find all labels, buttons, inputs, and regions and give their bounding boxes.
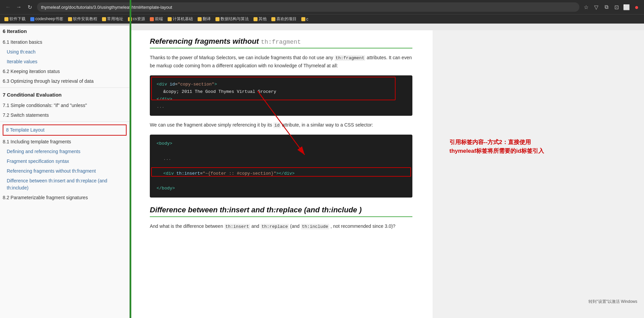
- sidebar-divider: [0, 87, 129, 88]
- back-button[interactable]: ←: [3, 2, 13, 12]
- extensions-icon[interactable]: ⧉: [602, 4, 610, 10]
- intro-paragraph: Thanks to the power of Markup Selectors,…: [150, 54, 412, 70]
- bookmark-软件下载[interactable]: 软件下载: [3, 15, 27, 23]
- address-bar[interactable]: [37, 2, 579, 12]
- bookmark-数据结构[interactable]: 数据结构与算法: [214, 15, 250, 23]
- sidebar-item-template-layout[interactable]: 8 Template Layout: [3, 125, 127, 136]
- bookmarks-bar: 软件下载 codesheep书签 软件安装教程 常用地址 cs资源 前端 计算机…: [0, 14, 644, 24]
- sidebar-item-iterable-values[interactable]: Iterable values: [0, 57, 129, 67]
- sidebar-item-fragment-syntax[interactable]: Fragment specification syntax: [0, 156, 129, 166]
- bookmark-icon: [253, 17, 258, 21]
- bookmark-icon: [271, 17, 275, 21]
- diff-section: Difference between th:insert and th:repl…: [150, 206, 412, 231]
- diff-code-insert: th:insert: [225, 224, 250, 229]
- sidebar-item-keeping-iteration[interactable]: 6.2 Keeping iteration status: [0, 67, 129, 76]
- menu-icon[interactable]: ●: [633, 3, 641, 11]
- sidebar-item-simple-conditionals[interactable]: 7.1 Simple conditionals: "if" and "unles…: [0, 101, 129, 110]
- bookmark-icon: [168, 17, 172, 21]
- bookmark-cs资源[interactable]: cs资源: [126, 15, 147, 23]
- bookmark-c[interactable]: c: [300, 16, 310, 22]
- code-block-2-container: <body> ... <div th:insert="~{footer :: #…: [150, 135, 412, 198]
- sidebar-item-optimizing[interactable]: 6.3 Optimizing through lazy retrieval of…: [0, 76, 129, 86]
- diff-code3: th:include: [322, 206, 357, 214]
- main-layout: 6 Iteration 6.1 Iteration basics Using t…: [0, 24, 644, 318]
- sidebar-item-difference[interactable]: Difference between th:insert and th:repl…: [0, 176, 129, 193]
- bookmark-icon: [215, 17, 219, 21]
- sidebar-item-switch[interactable]: 7.2 Switch statements: [0, 110, 129, 120]
- code-block-2: <body> ... <div th:insert="~{footer :: #…: [150, 135, 412, 198]
- browser-actions: ☆ ▽ ⧉ ⊡ ⬜ ●: [582, 3, 641, 11]
- bookmark-codesheep[interactable]: codesheep书签: [29, 15, 65, 23]
- sidebar: 6 Iteration 6.1 Iteration basics Using t…: [0, 24, 130, 318]
- id-code: id: [273, 122, 281, 128]
- maximize-icon[interactable]: ⬜: [622, 4, 631, 10]
- content-area[interactable]: Referencing fragments without th:fragmen…: [130, 24, 644, 318]
- tab-icon[interactable]: ⊡: [612, 4, 620, 10]
- sidebar-item-parameterizable[interactable]: 8.2 Parameterizable fragment signatures: [0, 193, 129, 203]
- nav-buttons: ← → ↻: [3, 2, 34, 12]
- bookmark-常用地址[interactable]: 常用地址: [100, 15, 125, 23]
- browser-chrome: ← → ↻ ☆ ▽ ⧉ ⊡ ⬜ ●: [0, 0, 644, 14]
- sidebar-item-ref-without-fragment[interactable]: Referencing fragments without th:fragmen…: [0, 166, 129, 176]
- windows-watermark: 转到"设置"以激活 Windows: [588, 298, 637, 305]
- section-title-code: th:fragment: [261, 39, 301, 45]
- bookmark-icon: [68, 17, 72, 21]
- bookmark-前端[interactable]: 前端: [148, 15, 165, 23]
- bookmark-翻译[interactable]: 翻译: [196, 15, 212, 23]
- sidebar-item-using-theach[interactable]: Using th:each: [0, 47, 129, 57]
- sidebar-divider-2: [0, 121, 129, 122]
- sidebar-item-iteration-basics[interactable]: 6.1 Iteration basics: [0, 37, 129, 47]
- diff-code-replace: th:replace: [261, 224, 289, 229]
- chinese-annotation: 引用标签内容--方式2：直接使用thymeleaf标签将所需要的id标签引入: [449, 138, 554, 155]
- bookmark-icon: [198, 17, 202, 21]
- bookmark-喜欢的项目[interactable]: 喜欢的项目: [270, 15, 298, 23]
- sidebar-item-conditional[interactable]: 7 Conditional Evaluation: [0, 89, 129, 101]
- diff-divider: [150, 216, 412, 217]
- bookmark-icon: [150, 17, 154, 21]
- section-title-ref: Referencing fragments without th:fragmen…: [150, 37, 412, 46]
- sidebar-item-including-fragments[interactable]: 8.1 Including template fragments: [0, 137, 129, 147]
- reload-button[interactable]: ↻: [25, 2, 34, 12]
- diff-code-include: th:include: [301, 224, 329, 229]
- profile-icon[interactable]: ▽: [592, 4, 600, 10]
- section-divider: [150, 48, 412, 48]
- bookmark-icon: [301, 17, 305, 21]
- content-inner: Referencing fragments without th:fragmen…: [130, 30, 433, 318]
- green-bar: [130, 24, 131, 318]
- bookmark-软件安装教程[interactable]: 软件安装教程: [66, 15, 99, 23]
- diff-code1: th:insert: [219, 206, 249, 214]
- bookmark-其他[interactable]: 其他: [252, 15, 268, 23]
- code-block-1: <div id="copy-section"> &copy; 2011 The …: [150, 75, 412, 116]
- bookmark-icon: [4, 17, 8, 21]
- bookmark-icon: [102, 17, 106, 21]
- bookmark-icon[interactable]: ☆: [582, 4, 590, 10]
- diff-title: Difference between th:insert and th:repl…: [150, 206, 412, 214]
- middle-paragraph: We can use the fragment above simply ref…: [150, 121, 412, 129]
- sidebar-item-iteration[interactable]: 6 Iteration: [0, 26, 129, 37]
- diff-text: And what is the difference between th:in…: [150, 222, 412, 231]
- sidebar-item-defining-referencing[interactable]: Defining and referencing fragments: [0, 147, 129, 156]
- th-fragment-code: th:fragment: [335, 55, 366, 61]
- bookmark-icon: [30, 17, 34, 21]
- code-block-1-wrapper: <div id="copy-section"> &copy; 2011 The …: [150, 75, 412, 116]
- diff-code2: th:replace: [267, 206, 302, 214]
- bookmark-计算机基础[interactable]: 计算机基础: [166, 15, 195, 23]
- forward-button[interactable]: →: [14, 2, 24, 12]
